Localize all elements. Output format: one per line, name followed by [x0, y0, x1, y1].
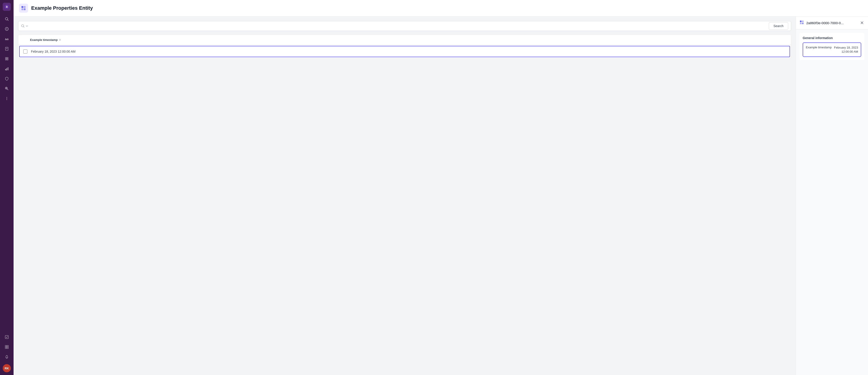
svg-rect-38	[800, 23, 802, 24]
sidebar-item-check[interactable]	[2, 333, 11, 342]
svg-rect-13	[7, 59, 8, 60]
row-checkbox[interactable]	[23, 49, 27, 54]
sidebar-item-layers[interactable]	[2, 54, 11, 63]
sidebar-item-grid[interactable]	[2, 342, 11, 351]
sidebar: a	[0, 0, 13, 375]
svg-line-35	[24, 27, 24, 28]
info-value-line1: February 18, 2023	[834, 46, 858, 49]
svg-rect-14	[5, 69, 6, 70]
sidebar-item-analytics[interactable]	[2, 24, 11, 33]
svg-point-22	[6, 97, 7, 98]
sidebar-item-dots[interactable]	[2, 94, 11, 103]
svg-rect-37	[802, 21, 804, 22]
table-section: Search Example timestamp ≡ February 18, …	[13, 16, 796, 375]
sort-icon[interactable]: ≡	[59, 38, 61, 41]
svg-rect-27	[7, 345, 8, 347]
svg-point-23	[6, 98, 7, 99]
search-icon-wrap[interactable]	[21, 24, 28, 28]
right-panel: 2a860f3e-0000-7000-0... ✕ General inform…	[796, 16, 868, 375]
right-panel-close-button[interactable]: ✕	[860, 20, 864, 26]
search-button[interactable]: Search	[769, 22, 788, 30]
right-panel-header: 2a860f3e-0000-7000-0... ✕	[796, 16, 868, 29]
info-card-value: February 18, 2023 12:00:00 AM	[834, 46, 858, 54]
search-icon	[21, 24, 25, 28]
search-input-wrap	[21, 24, 769, 28]
svg-rect-32	[22, 8, 23, 10]
svg-rect-11	[7, 57, 8, 59]
svg-rect-30	[22, 6, 23, 8]
general-info-section: General information Example timestamp Fe…	[800, 33, 864, 60]
table-header-row: Example timestamp ≡	[18, 35, 791, 45]
right-panel-record-id: 2a860f3e-0000-7000-0...	[806, 21, 844, 25]
svg-text:a: a	[6, 5, 8, 8]
main-area: Example Properties Entity	[13, 0, 868, 375]
search-bar-container: Search	[18, 21, 791, 31]
svg-rect-25	[5, 336, 8, 339]
user-avatar[interactable]: RK	[3, 364, 11, 372]
info-value-line2: 12:00:00 AM	[842, 50, 858, 53]
svg-rect-10	[5, 57, 6, 59]
page-title: Example Properties Entity	[31, 5, 93, 11]
info-card-timestamp[interactable]: Example timestamp February 18, 2023 12:0…	[803, 42, 861, 57]
svg-point-24	[6, 99, 7, 100]
sidebar-item-search[interactable]	[2, 14, 11, 24]
right-panel-title-wrap: 2a860f3e-0000-7000-0...	[800, 20, 844, 26]
sidebar-item-search2[interactable]	[2, 84, 11, 93]
general-info-title: General information	[803, 36, 861, 40]
chevron-down-icon	[26, 25, 28, 27]
right-panel-body: General information Example timestamp Fe…	[796, 29, 868, 375]
svg-point-5	[6, 29, 7, 29]
app-logo[interactable]: a	[3, 3, 11, 11]
page-header: Example Properties Entity	[13, 0, 868, 16]
right-panel-icon	[800, 20, 804, 26]
svg-point-17	[6, 70, 7, 70]
svg-rect-31	[24, 6, 26, 8]
data-table: Example timestamp ≡ February 18, 2023 12…	[18, 35, 791, 58]
row-cell-timestamp: February 18, 2023 12:00:00 AM	[31, 50, 75, 53]
svg-rect-26	[5, 345, 6, 347]
svg-line-3	[7, 20, 8, 21]
svg-rect-39	[802, 23, 804, 24]
svg-rect-33	[24, 8, 26, 10]
svg-line-19	[7, 89, 8, 90]
table-row[interactable]: February 18, 2023 12:00:00 AM	[19, 46, 790, 57]
svg-rect-12	[5, 59, 6, 60]
sidebar-item-bell[interactable]	[2, 352, 11, 362]
sidebar-item-book[interactable]	[2, 44, 11, 53]
svg-rect-29	[7, 347, 8, 348]
info-card-label: Example timestamp	[806, 46, 832, 49]
content-area: Search Example timestamp ≡ February 18, …	[13, 16, 868, 375]
column-label-timestamp: Example timestamp	[30, 38, 58, 41]
svg-rect-16	[8, 67, 8, 70]
svg-rect-36	[800, 21, 802, 22]
column-header-timestamp: Example timestamp ≡	[30, 38, 61, 41]
sidebar-item-chart[interactable]	[2, 64, 11, 73]
svg-rect-28	[5, 347, 6, 348]
search-input[interactable]	[30, 24, 769, 28]
sidebar-item-shield[interactable]	[2, 74, 11, 83]
page-header-icon	[19, 4, 28, 13]
sidebar-item-crown[interactable]	[2, 34, 11, 43]
